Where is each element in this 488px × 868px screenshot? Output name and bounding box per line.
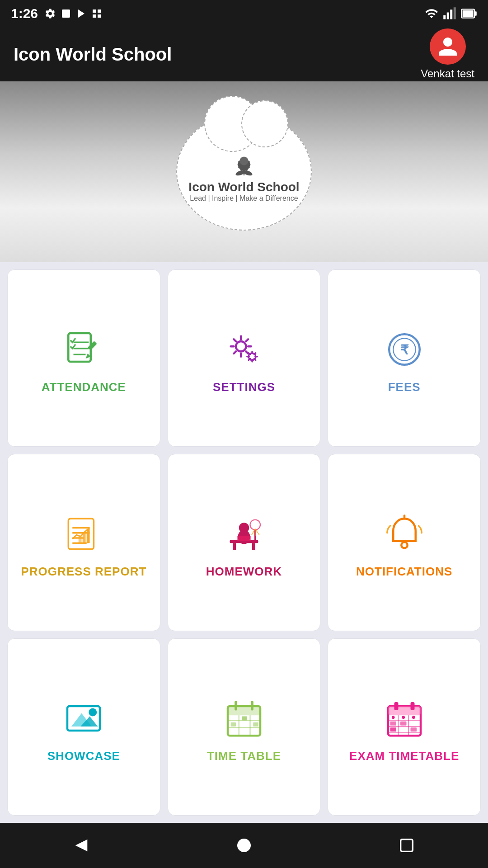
svg-rect-34 — [69, 519, 94, 549]
status-icons — [44, 8, 102, 19]
exam-timetable-icon — [382, 696, 427, 741]
svg-point-87 — [237, 839, 251, 852]
fees-label: FEES — [388, 380, 421, 394]
svg-rect-60 — [228, 706, 260, 715]
svg-point-53 — [401, 542, 408, 548]
avatar — [430, 28, 466, 65]
svg-rect-3 — [98, 9, 101, 13]
svg-rect-39 — [79, 536, 82, 543]
user-icon — [436, 35, 459, 58]
homework-label: HOMEWORK — [206, 565, 282, 579]
time-display: 1:26 — [11, 6, 38, 21]
status-time: 1:26 — [11, 6, 102, 21]
timetable-label: TIME TABLE — [207, 749, 281, 763]
status-bar: 1:26 — [0, 0, 488, 27]
showcase-label: SHOWCASE — [47, 749, 120, 763]
menu-grid: ATTENDANCE SETTINGS ₹ FEES — [0, 262, 488, 823]
grid-item-notifications[interactable]: NOTIFICATIONS — [328, 454, 481, 631]
grid-item-fees[interactable]: ₹ FEES — [328, 269, 481, 447]
settings-label: SETTINGS — [213, 380, 275, 394]
svg-rect-12 — [474, 11, 477, 16]
svg-point-80 — [402, 716, 405, 719]
grid-item-progress[interactable]: PROGRESS REPORT — [7, 454, 160, 631]
back-icon — [72, 836, 90, 854]
status-right-icons — [425, 7, 477, 20]
bottom-navigation — [0, 823, 488, 868]
user-profile[interactable]: Venkat test — [421, 28, 474, 80]
exam-timetable-label: EXAM TIMETABLE — [349, 749, 459, 763]
gear-status-icon — [44, 8, 56, 19]
school-logo: Icon World School Lead | Inspire | Make … — [172, 104, 316, 240]
svg-point-48 — [250, 519, 260, 530]
homework-icon — [221, 511, 267, 557]
recent-button[interactable] — [393, 832, 420, 859]
fees-icon: ₹ — [382, 327, 427, 372]
grid-item-settings[interactable]: SETTINGS — [168, 269, 321, 447]
grid-item-showcase[interactable]: SHOWCASE — [7, 638, 160, 816]
logo-tagline: Lead | Inspire | Make a Difference — [190, 194, 298, 203]
svg-rect-72 — [394, 702, 398, 710]
battery-icon — [461, 7, 477, 20]
svg-rect-4 — [93, 14, 96, 18]
svg-rect-27 — [88, 341, 97, 350]
play-status-icon — [76, 8, 87, 19]
grid-item-attendance[interactable]: ATTENDANCE — [7, 269, 160, 447]
svg-rect-82 — [390, 721, 396, 725]
svg-rect-41 — [87, 528, 90, 543]
showcase-icon — [61, 696, 106, 741]
svg-rect-0 — [62, 9, 70, 18]
svg-point-46 — [239, 523, 249, 533]
svg-rect-84 — [410, 727, 417, 731]
cloud-container: Icon World School Lead | Inspire | Make … — [176, 113, 312, 231]
signal-icon — [443, 7, 456, 20]
svg-rect-47 — [237, 536, 251, 541]
timetable-icon — [221, 696, 267, 741]
svg-rect-6 — [443, 15, 446, 19]
grid-status-icon — [91, 8, 102, 19]
attendance-icon — [61, 327, 106, 372]
progress-icon — [61, 511, 106, 557]
svg-marker-86 — [75, 840, 88, 852]
svg-rect-71 — [388, 706, 421, 715]
settings-icon — [221, 327, 267, 372]
back-button[interactable] — [68, 832, 95, 859]
svg-rect-68 — [242, 716, 247, 720]
attendance-label: ATTENDANCE — [42, 380, 126, 394]
svg-rect-5 — [98, 14, 101, 18]
svg-point-81 — [412, 716, 415, 719]
svg-rect-43 — [233, 543, 236, 550]
grid-item-timetable[interactable]: TIME TABLE — [168, 638, 321, 816]
wifi-icon — [425, 7, 438, 20]
svg-rect-2 — [93, 9, 96, 13]
svg-rect-44 — [252, 543, 255, 550]
logo-school-name: Icon World School — [188, 180, 299, 194]
svg-rect-11 — [463, 10, 474, 17]
svg-point-29 — [236, 341, 246, 352]
square-status-icon — [61, 8, 71, 19]
hero-banner: Icon World School Lead | Inspire | Make … — [0, 81, 488, 262]
svg-rect-8 — [450, 9, 452, 19]
home-button[interactable] — [230, 832, 258, 859]
svg-rect-7 — [447, 13, 449, 19]
grid-item-exam-timetable[interactable]: EXAM TIMETABLE — [328, 638, 481, 816]
username-label: Venkat test — [421, 67, 474, 80]
svg-rect-9 — [454, 7, 456, 19]
school-emblem — [226, 141, 262, 177]
svg-rect-85 — [390, 727, 396, 731]
recent-icon — [398, 836, 416, 854]
notifications-icon — [382, 511, 427, 557]
svg-point-19 — [239, 156, 248, 165]
svg-marker-1 — [78, 9, 84, 18]
progress-label: PROGRESS REPORT — [21, 565, 146, 579]
grid-item-homework[interactable]: HOMEWORK — [168, 454, 321, 631]
app-title: Icon World School — [14, 44, 172, 65]
svg-text:₹: ₹ — [400, 343, 409, 357]
svg-point-79 — [392, 716, 395, 719]
svg-rect-69 — [253, 722, 258, 726]
svg-rect-88 — [401, 840, 413, 852]
svg-rect-83 — [400, 721, 407, 725]
svg-point-58 — [89, 708, 97, 716]
notifications-label: NOTIFICATIONS — [356, 565, 452, 579]
svg-rect-67 — [231, 722, 236, 726]
svg-rect-73 — [410, 702, 414, 710]
